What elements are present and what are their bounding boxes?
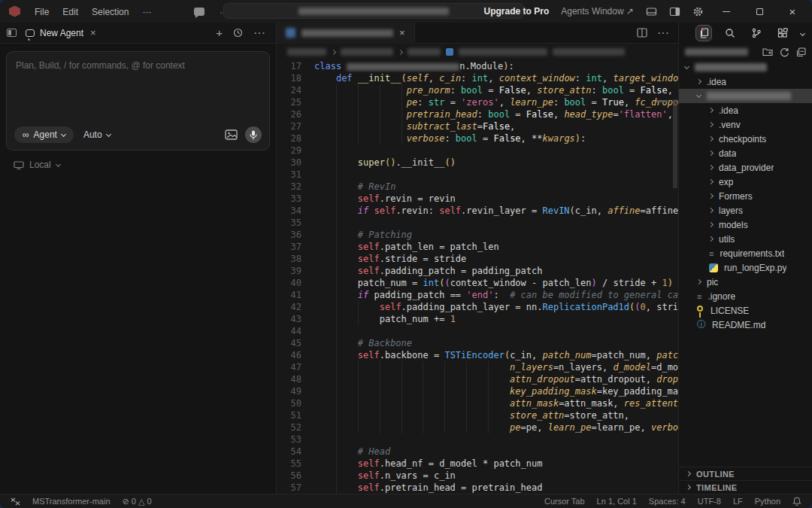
tree-item-models[interactable]: models bbox=[679, 217, 812, 232]
search-icon[interactable] bbox=[722, 25, 738, 41]
line-number: 44 bbox=[277, 325, 314, 337]
menu-file[interactable]: File bbox=[28, 7, 56, 17]
code-line: 46 self.backbone = TSTiEncoder(c_in, pat… bbox=[277, 349, 678, 361]
explorer-sidebar: .idea.idea.venvcheckpointsdatadata_provi… bbox=[678, 23, 812, 494]
environment-local-dropdown[interactable]: Local bbox=[14, 160, 60, 170]
chevron-right-icon bbox=[708, 222, 714, 227]
code-line: 26 pretrain_head: bool = False, head_typ… bbox=[277, 108, 678, 120]
line-number: 33 bbox=[277, 193, 314, 205]
upgrade-to-pro-button[interactable]: Upgrade to Pro bbox=[484, 6, 550, 17]
language-status[interactable]: Python bbox=[755, 497, 780, 506]
layout-sidebar-icon[interactable] bbox=[669, 6, 680, 17]
model-auto-dropdown[interactable]: Auto bbox=[83, 129, 111, 140]
editor-pane[interactable]: × ··· 17class n.Module):18 def __init__(… bbox=[277, 23, 678, 494]
tree-item-layers[interactable]: layers bbox=[679, 203, 812, 217]
code-line: 44 bbox=[277, 325, 678, 337]
refresh-icon[interactable] bbox=[780, 47, 789, 57]
tree-item-redacted[interactable] bbox=[679, 60, 812, 75]
agent-mode-dropdown[interactable]: ∞ Agent bbox=[14, 126, 74, 143]
tree-item-readme-md[interactable]: ⓘREADME.md bbox=[679, 318, 812, 332]
breadcrumb[interactable] bbox=[277, 44, 678, 60]
toggle-panel-icon[interactable] bbox=[7, 29, 17, 37]
microphone-button[interactable] bbox=[245, 126, 262, 143]
code-line: 45 # Backbone bbox=[277, 337, 678, 349]
tree-item-formers[interactable]: Formers bbox=[679, 189, 812, 203]
tree-item-exp[interactable]: exp bbox=[679, 175, 812, 189]
extensions-icon[interactable] bbox=[774, 25, 791, 41]
outline-section[interactable]: OUTLINE bbox=[679, 467, 812, 480]
collapse-all-icon[interactable] bbox=[796, 47, 806, 57]
tab-new-agent[interactable]: New Agent × bbox=[26, 27, 96, 38]
chevron-down-icon bbox=[696, 93, 701, 98]
tree-item-run-longexp-py[interactable]: run_longExp.py bbox=[679, 260, 812, 275]
agent-input-box[interactable]: Plan, Build, / for commands, @ for conte… bbox=[6, 51, 270, 151]
line-number: 45 bbox=[277, 337, 314, 349]
redacted-filename bbox=[301, 29, 393, 37]
close-tab-icon[interactable]: × bbox=[90, 27, 96, 38]
tree-item-utils[interactable]: utils bbox=[679, 232, 812, 246]
menu-edit[interactable]: Edit bbox=[56, 7, 85, 17]
more-actions-icon[interactable]: ··· bbox=[253, 26, 265, 40]
tree-item-checkpoints[interactable]: checkpoints bbox=[679, 132, 812, 146]
indentation-status[interactable]: Spaces: 4 bbox=[649, 497, 686, 506]
tree-item-license[interactable]: LICENSE bbox=[679, 303, 812, 318]
text-file-icon: ≡ bbox=[709, 249, 714, 258]
agents-window-link[interactable]: Agents Window ↗ bbox=[561, 6, 634, 17]
close-button[interactable]: × bbox=[782, 0, 803, 23]
code-line: 24 pre_norm: bool = False, store_attn: b… bbox=[277, 84, 678, 96]
tree-item-requirements-txt[interactable]: ≡requirements.txt bbox=[679, 246, 812, 260]
file-tree: .idea.idea.venvcheckpointsdatadata_provi… bbox=[679, 60, 812, 332]
close-tab-icon[interactable]: × bbox=[399, 27, 405, 38]
remote-indicator-icon[interactable] bbox=[11, 497, 20, 506]
line-number: 53 bbox=[277, 433, 314, 446]
new-chat-button[interactable]: + bbox=[216, 26, 223, 39]
more-views-chevron-icon[interactable] bbox=[801, 26, 804, 40]
code-line: 51 store_attn=store_attn, bbox=[277, 409, 678, 421]
code-line: 17class n.Module): bbox=[277, 60, 678, 72]
split-editor-icon[interactable] bbox=[637, 28, 647, 38]
maximize-button[interactable] bbox=[749, 0, 770, 23]
problems-indicator[interactable]: ⊘ 0 △ 0 bbox=[123, 497, 152, 506]
command-search-bar[interactable] bbox=[223, 3, 524, 19]
tree-item-redacted[interactable] bbox=[679, 89, 812, 103]
timeline-section[interactable]: TIMELINE bbox=[679, 480, 812, 494]
settings-gear-icon[interactable] bbox=[692, 6, 704, 17]
tree-item--idea[interactable]: .idea bbox=[679, 75, 812, 89]
line-number: 30 bbox=[277, 157, 314, 169]
symbol-class-icon bbox=[446, 48, 453, 56]
chevron-right-icon bbox=[708, 193, 714, 199]
encoding-status[interactable]: UTF-8 bbox=[698, 497, 721, 506]
notifications-bell-icon[interactable] bbox=[792, 497, 801, 506]
tree-item-data[interactable]: data bbox=[679, 146, 812, 160]
code-line: 48 attn_dropout=attn_dropout, dropout=dr bbox=[277, 373, 678, 385]
line-number: 42 bbox=[277, 301, 314, 313]
history-clock-icon[interactable] bbox=[233, 28, 243, 38]
code-line: 31 bbox=[277, 169, 678, 181]
source-control-icon[interactable] bbox=[748, 25, 765, 41]
attach-image-icon[interactable] bbox=[225, 129, 238, 140]
menu-more[interactable]: ··· bbox=[135, 7, 158, 17]
editor-tab-active[interactable]: × bbox=[277, 23, 415, 44]
tree-item--ignore[interactable]: ≡.ignore bbox=[679, 289, 812, 303]
branch-name[interactable]: MSTransformer-main bbox=[32, 497, 111, 506]
tree-item--idea[interactable]: .idea bbox=[679, 103, 812, 117]
tree-item-pic[interactable]: pic bbox=[679, 275, 812, 289]
code-line: 57 self.pretrain_head = pretrain_head bbox=[277, 482, 678, 494]
cursor-tab-status[interactable]: Cursor Tab bbox=[544, 497, 585, 506]
editor-more-icon[interactable]: ··· bbox=[657, 26, 669, 40]
eol-status[interactable]: LF bbox=[733, 497, 743, 506]
tree-item-data-provider[interactable]: data_provider bbox=[679, 160, 812, 175]
menu-selection[interactable]: Selection bbox=[85, 7, 135, 17]
layout-panel-icon[interactable] bbox=[646, 6, 657, 17]
explorer-files-icon[interactable] bbox=[695, 25, 712, 41]
new-folder-icon[interactable] bbox=[762, 47, 773, 56]
errors-icon: ⊘ bbox=[123, 497, 129, 506]
chat-bubble-icon[interactable] bbox=[194, 8, 205, 16]
tree-item--venv[interactable]: .venv bbox=[679, 117, 812, 132]
chevron-right-icon bbox=[708, 122, 714, 127]
editor-scrollbar[interactable] bbox=[673, 99, 677, 188]
code-editor[interactable]: 17class n.Module):18 def __init__(self, … bbox=[277, 60, 678, 494]
line-col-status[interactable]: Ln 1, Col 1 bbox=[597, 497, 637, 506]
minimize-button[interactable] bbox=[716, 0, 737, 23]
code-line: 18 def __init__(self, c_in: int, context… bbox=[277, 72, 678, 84]
